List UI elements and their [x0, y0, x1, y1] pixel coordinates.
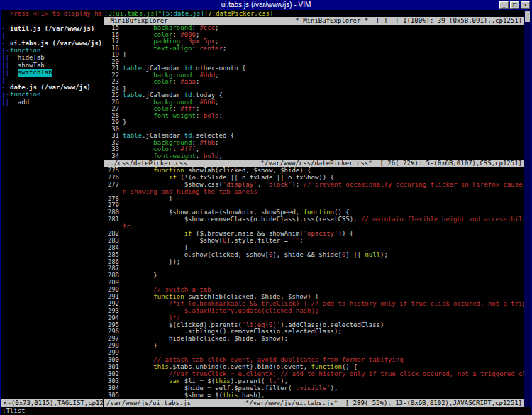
fold-marker-icon[interactable] [1, 17, 10, 24]
taglist-pane[interactable]: Press <F1> to display help text-iutil.js… [1, 10, 103, 399]
taglist-line[interactable]: || showTab [1, 62, 103, 69]
taglist-text[interactable]: date.js (/var/www/js) [10, 84, 91, 91]
js-code-line[interactable]: tc. [104, 223, 524, 231]
js-code-line[interactable]: 299 [104, 350, 524, 357]
js-code-line[interactable]: 295 $(clicked).parents('li:eq(0)').addCl… [104, 322, 524, 329]
css-code-line[interactable]: 21table.jCalendar td.other-month { [104, 65, 524, 72]
js-code-line[interactable]: 300 // attach tab click event, avoid dup… [104, 357, 524, 364]
taglist-text[interactable]: function [10, 47, 40, 54]
css-code-line[interactable]: 26 background: #666; [104, 99, 524, 106]
minimize-icon[interactable]: _ [499, 1, 509, 9]
taglist-line[interactable]: -date.js (/var/www/js) [1, 84, 103, 91]
js-editor-pane[interactable]: 275 function showTab(clicked, $show, $hi… [104, 167, 524, 399]
js-code-line[interactable]: 302 //var trueClick = e.clientX; // add … [104, 371, 524, 378]
taglist-selected-tag[interactable]: switchTab [18, 69, 52, 76]
js-code-line[interactable]: 293 $.ajaxHistory.update(clicked.hash); [104, 308, 524, 315]
css-code-line[interactable]: 25table.jCalendar td.today { [104, 92, 524, 99]
js-code-line[interactable]: 276 if (!(o.fxSlide || o.fxFade || o.fxS… [104, 175, 524, 182]
css-code-line[interactable]: 20 [104, 59, 524, 66]
css-code-line[interactable]: 23 color: #aaa; [104, 79, 524, 86]
css-code-line[interactable]: 32 background: #f66; [104, 140, 524, 147]
taglist-line[interactable]: -ui.tabs.js (/var/www/js) [1, 40, 103, 47]
taglist-line[interactable]: Press <F1> to display help text [1, 10, 103, 17]
js-code-line[interactable]: 305 $show = $(this.hash), [104, 392, 524, 399]
js-code-line[interactable]: 296 .siblings().removeClass(o.selectedCl… [104, 328, 524, 336]
css-code-line[interactable]: 31table.jCalendar td.selected { [104, 133, 524, 140]
fold-marker-icon[interactable]: - [1, 84, 10, 91]
fold-marker-icon[interactable]: - [1, 40, 10, 47]
js-code-line[interactable]: 275 function showTab(clicked, $show, $hi… [104, 167, 524, 175]
taglist-line[interactable]: || add [1, 99, 103, 106]
taglist-line[interactable] [1, 17, 103, 24]
js-code-line[interactable]: 288 } [104, 272, 524, 280]
css-code-line[interactable]: 34 font-weight: bold; [104, 153, 524, 160]
fold-marker-icon[interactable]: | [1, 32, 10, 39]
css-code-line[interactable]: 15 background: #ccc; [104, 25, 524, 32]
js-code-line[interactable]: 278 } [104, 196, 524, 203]
js-code-line[interactable]: 287 [104, 265, 524, 272]
js-code-line[interactable]: 292 /*if (o.bookmarkable && trueClick) {… [104, 301, 524, 308]
js-code-line[interactable]: 303 var $li = $(this).parent('li'), [104, 378, 524, 385]
css-editor-pane[interactable]: 15 background: #ccc;16 color: #000;17 pa… [104, 25, 524, 160]
js-code-line[interactable]: 290 // switch a tab [104, 287, 524, 294]
fold-marker-icon[interactable]: - [1, 25, 10, 32]
css-code-line[interactable]: 27 color: #fff; [104, 106, 524, 113]
fold-marker-icon[interactable]: || [1, 69, 10, 76]
css-code-line[interactable]: 33 color: #fff; [104, 146, 524, 153]
js-code-line[interactable]: 280 $show.animate(showAnim, showSpeed, f… [104, 209, 524, 216]
taglist-text[interactable]: add [18, 99, 29, 106]
taglist-text[interactable]: ui.tabs.js (/var/www/js) [10, 40, 102, 47]
minibufexplorer-pane[interactable]: [3:ui.tabs.js]*[5:date.js][7:datePicker.… [104, 10, 524, 17]
js-code-line[interactable]: 304 $hide = self.$panels.filter(':visibl… [104, 385, 524, 392]
js-code-line[interactable]: 298 } [104, 343, 524, 350]
js-code-line[interactable]: 291 function switchTab(clicked, $hide, $… [104, 294, 524, 301]
vertical-scrollbar[interactable] [524, 10, 531, 407]
taglist-line[interactable]: | [1, 32, 103, 39]
taglist-line[interactable]: |-function [1, 91, 103, 98]
js-code-line[interactable]: 286 }); [104, 259, 524, 266]
fold-marker-icon[interactable]: || [1, 62, 10, 69]
taglist-text[interactable]: iutil.js (/var/www/js) [10, 25, 94, 32]
taglist-line[interactable]: || hideTab [1, 54, 103, 61]
js-code-line[interactable]: 282 if ($.browser.msie && showAnim['opac… [104, 231, 524, 238]
fold-marker-icon[interactable]: || [1, 54, 10, 61]
css-code-line[interactable]: 22 background: #ddd; [104, 72, 524, 79]
js-code-line[interactable]: 297 hideTab(clicked, $hide, $show); [104, 336, 524, 343]
buffer-tab[interactable]: [5:date.js] [162, 10, 204, 17]
taglist-line[interactable]: -iutil.js (/var/www/js) [1, 25, 103, 32]
command-line[interactable]: :Tlist [1, 407, 531, 415]
js-code-line[interactable]: 285 o.show(clicked, $show[0], $hide && $… [104, 252, 524, 259]
js-code-line[interactable]: 279 [104, 202, 524, 209]
js-code-line[interactable]: n showing and hiding the tab panels [104, 189, 524, 196]
js-code-line[interactable]: 289 [104, 280, 524, 287]
css-code-line[interactable]: 24} [104, 86, 524, 93]
taglist-text[interactable]: function [10, 91, 40, 98]
fold-marker-icon[interactable]: |- [1, 47, 10, 54]
scrollbar-thumb[interactable] [525, 11, 530, 22]
js-code-line[interactable]: 277 $show.css('display', 'block'); // pr… [104, 182, 524, 189]
css-code-line[interactable]: 16 color: #000; [104, 32, 524, 39]
fold-marker-icon[interactable]: | [1, 77, 10, 84]
js-code-line[interactable]: 283 $show[0].style.filter = ''; [104, 238, 524, 245]
fold-marker-icon[interactable] [1, 10, 10, 17]
css-code-line[interactable]: 29} [104, 119, 524, 126]
fold-marker-icon[interactable]: |- [1, 91, 10, 98]
taglist-line[interactable]: | [1, 77, 103, 84]
maximize-icon[interactable]: 口 [510, 1, 519, 9]
fold-marker-icon[interactable]: || [1, 99, 10, 106]
js-code-line[interactable]: 294 }*/ [104, 315, 524, 322]
css-code-line[interactable]: 17 padding: 3px 5px; [104, 38, 524, 45]
css-code-line[interactable]: 18 text-align: center; [104, 45, 524, 52]
css-code-line[interactable]: 30 [104, 126, 524, 133]
css-code-line[interactable]: 19} [104, 52, 524, 59]
js-code-line[interactable]: 301 this.$tabs.unbind(o.event).bind(o.ev… [104, 364, 524, 371]
css-code-line[interactable]: 28 font-weight: bold; [104, 113, 524, 120]
taglist-text[interactable]: Press <F1> to display help text [10, 10, 103, 17]
close-icon[interactable]: x [521, 1, 530, 9]
taglist-line[interactable]: || switchTab [1, 69, 103, 76]
taglist-text[interactable]: showTab [18, 62, 45, 69]
buffer-tab[interactable]: [7:datePicker.css] [204, 10, 274, 17]
taglist-line[interactable]: |-function [1, 47, 103, 54]
buffer-tab[interactable]: [3:ui.tabs.js]* [104, 10, 162, 17]
js-code-line[interactable]: 281 $show.removeClass(o.hideClass).css(r… [104, 216, 524, 223]
